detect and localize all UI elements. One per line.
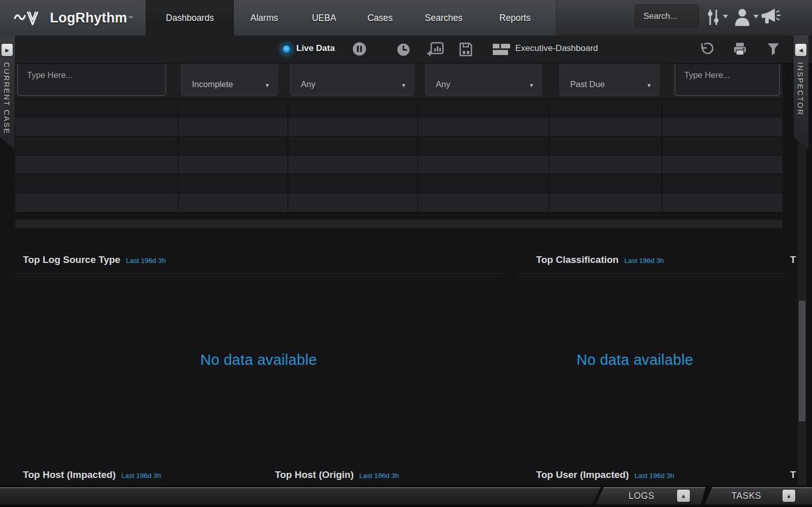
inspector-rail[interactable]: ◀ INSPECTOR [794,36,808,149]
table-column-divider [549,98,549,212]
widget-title-top-host-origin: Top Host (Origin) Last 196d 3h [275,469,399,481]
table-row [15,193,782,212]
logrhythm-logo-icon [13,8,45,28]
time-range-clock-icon[interactable] [397,43,410,57]
current-case-rail[interactable]: ▶ CURRENT CASE [0,36,15,149]
filter-select-priority[interactable]: Any ▼ [290,60,414,96]
case-table [15,98,782,212]
table-column-divider [178,98,179,212]
top-navigation-bar: LogRhythm ™ Dashboards Alarms UEBA Cases… [0,0,812,36]
user-chevron-down-icon[interactable] [753,15,759,18]
clipped-widget-title: T [790,469,796,481]
dropdown-arrow-icon: ▼ [401,83,406,88]
primary-nav-tabs: Dashboards Alarms UEBA Cases Searches Re… [146,0,549,36]
pause-button-icon[interactable] [352,41,367,57]
widget-divider [15,273,503,274]
tab-searches[interactable]: Searches [407,0,481,36]
undo-refresh-icon[interactable] [698,42,713,57]
filter-select-due-value: Past Due [570,79,605,89]
filter-funnel-icon[interactable] [767,42,780,57]
filter-select-priority-value: Any [301,79,315,89]
widget-title: Top Host (Impacted) [23,469,116,481]
widget-title-top-log-source-type: Top Log Source Type Last 196d 3h [23,254,166,265]
widget-time-range: Last 196d 3h [359,472,399,479]
dashboard-layout-icon[interactable] [493,44,511,56]
dropdown-arrow-icon: ▼ [529,83,534,88]
filter-input-name[interactable] [17,60,166,96]
live-data-label: Live Data [296,43,335,54]
brand-trademark: ™ [128,10,133,25]
add-widget-icon[interactable] [427,42,444,58]
widget-time-range: Last 196d 3h [624,257,664,264]
widget-time-range: Last 196d 3h [121,472,161,479]
table-row [15,98,782,117]
tab-alarms[interactable]: Alarms [234,0,295,36]
dropdown-arrow-icon: ▼ [265,83,270,88]
dashboard-name[interactable]: Executive-Dashboard [515,43,598,54]
current-case-rail-label: CURRENT CASE [3,62,11,135]
tasks-expand-up-icon[interactable]: ▲ [782,490,795,502]
widget-title-top-host-impacted: Top Host (Impacted) Last 196d 3h [23,469,161,481]
announcements-megaphone-icon[interactable] [760,7,781,27]
table-column-divider [662,98,662,212]
filter-select-owner-value: Any [436,79,450,89]
print-icon[interactable] [732,42,748,57]
widget-title-top-classification: Top Classification Last 196d 3h [536,254,664,265]
widget-title: Top Host (Origin) [275,469,354,481]
filter-select-status-value: Incomplete [192,79,233,89]
widget-time-range: Last 196d 3h [634,472,674,479]
bottom-bar-strip [0,487,601,504]
widget-title: Top User (Impacted) [536,469,629,481]
dropdown-arrow-icon: ▼ [647,83,652,88]
brand: LogRhythm ™ [0,0,146,36]
logs-drawer-label[interactable]: LOGS [617,491,666,501]
no-data-message: No data available [576,352,693,368]
table-row [15,174,782,193]
table-column-divider [288,98,288,212]
table-row [15,117,782,136]
table-horizontal-scrollbar[interactable] [15,220,782,228]
brand-name: LogRhythm [50,10,127,26]
app-window: LogRhythm ™ Dashboards Alarms UEBA Cases… [0,0,812,507]
user-profile-icon[interactable] [734,8,751,27]
tasks-drawer-label[interactable]: TASKS [723,491,770,501]
widget-title-top-user-impacted: Top User (Impacted) Last 196d 3h [536,469,674,481]
search-button[interactable]: Search... [635,5,699,28]
settings-sliders-icon[interactable] [707,8,720,26]
save-dashboard-icon[interactable] [459,42,473,57]
tab-cases[interactable]: Cases [353,0,407,36]
bottom-drawer-bar: LOGS ▲ TASKS ▲ [0,486,812,507]
expand-inspector-icon[interactable]: ◀ [795,44,806,56]
filter-input-tags[interactable] [675,60,780,96]
clipped-widget-title: T [790,254,796,265]
live-data-radio[interactable] [282,44,291,54]
tab-dashboards[interactable]: Dashboards [146,0,234,36]
vertical-scrollbar-thumb[interactable] [799,301,805,421]
inspector-rail-label: INSPECTOR [796,62,805,116]
no-data-message: No data available [200,352,317,368]
table-row [15,155,782,174]
expand-current-case-icon[interactable]: ▶ [2,44,13,56]
tab-ueba[interactable]: UEBA [295,0,353,36]
table-row [15,137,782,155]
widget-title: Top Log Source Type [23,254,120,265]
table-column-divider [417,98,418,212]
filter-select-owner[interactable]: Any ▼ [425,60,542,96]
settings-chevron-down-icon[interactable] [723,15,728,18]
tab-reports[interactable]: Reports [481,0,549,36]
widget-title: Top Classification [536,254,619,265]
widget-time-range: Last 196d 3h [126,257,165,264]
filter-select-due[interactable]: Past Due ▼ [559,60,659,96]
filter-select-status[interactable]: Incomplete ▼ [181,60,277,96]
logs-expand-up-icon[interactable]: ▲ [677,490,690,502]
widget-divider [517,273,787,274]
